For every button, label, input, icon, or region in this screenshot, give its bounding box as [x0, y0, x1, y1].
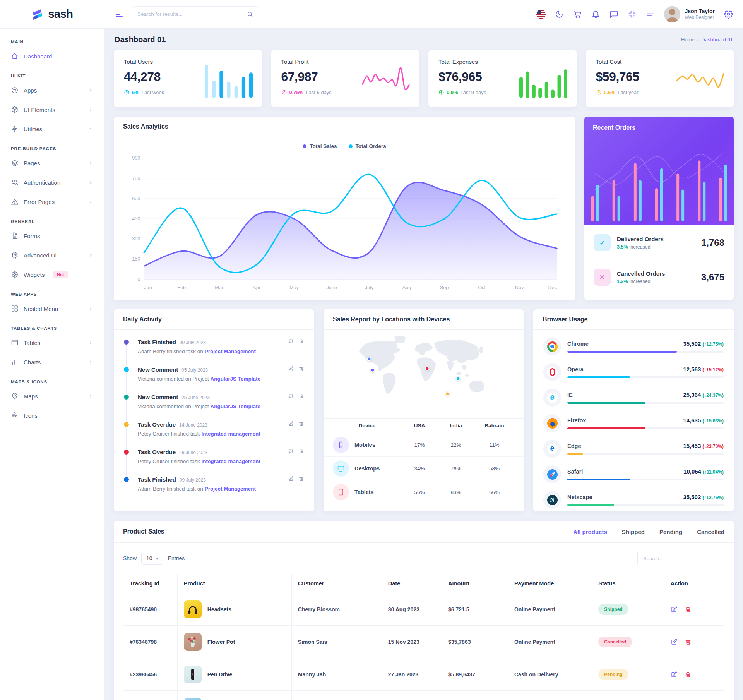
table-column-header[interactable]: Tracking Id: [123, 574, 178, 593]
sidebar-item[interactable]: Forms: [8, 226, 96, 245]
edit-icon[interactable]: [671, 638, 678, 645]
payment-mode: Online Payment: [508, 593, 592, 626]
total-profit-sparkline: [361, 61, 411, 98]
us-flag-icon[interactable]: [536, 10, 546, 19]
show-label: Show: [123, 555, 137, 561]
trash-icon[interactable]: [298, 448, 304, 454]
table-column-header[interactable]: Payment Mode: [508, 574, 592, 593]
trash-icon[interactable]: [685, 638, 692, 645]
activity-link[interactable]: Project Management: [205, 348, 256, 354]
activity-title: Task Overdue: [138, 449, 176, 455]
breadcrumb-home[interactable]: Home: [681, 37, 695, 43]
cart-icon[interactable]: [573, 10, 582, 19]
tracking-id: #98765490: [123, 593, 178, 626]
sidebar-item[interactable]: Nested Menu: [8, 299, 96, 318]
sidebar-item[interactable]: Pages: [8, 153, 96, 173]
fullscreen-icon[interactable]: [628, 10, 637, 19]
product-filter-tab[interactable]: Cancelled: [697, 528, 724, 535]
activity-link[interactable]: Integrated management: [202, 431, 260, 437]
sidebar-item[interactable]: Widgets Hot: [8, 265, 96, 284]
chevron-right-icon: [88, 88, 93, 93]
user-menu[interactable]: Json Taylor Web Designer: [664, 6, 715, 22]
table-row: #23986456 Pen Drive Manny Jah 27 Jan 202…: [123, 658, 724, 691]
table-column-header[interactable]: Customer: [291, 574, 382, 593]
right-sidebar-icon[interactable]: [646, 10, 655, 19]
activity-link[interactable]: AngularJS Template: [211, 403, 261, 409]
browser-usage-card: Browser Usage Chrome 35,502(↑12.75%): [533, 309, 734, 511]
edit-icon[interactable]: [288, 421, 294, 427]
dark-mode-icon[interactable]: [555, 10, 564, 19]
table-column-header[interactable]: Action: [664, 574, 724, 593]
activity-link[interactable]: Project Management: [205, 486, 256, 492]
sash-logo-icon: [31, 8, 44, 21]
edit-icon[interactable]: [288, 476, 294, 482]
messages-icon[interactable]: [609, 10, 618, 19]
browser-progress-fill: [567, 402, 645, 404]
notifications-icon[interactable]: [591, 10, 600, 19]
sidebar-item[interactable]: Charts: [8, 352, 96, 372]
trash-icon[interactable]: [298, 366, 304, 372]
order-date: 15 Nov 2023: [382, 626, 442, 658]
table-column-header[interactable]: Amount: [442, 574, 508, 593]
sidebar-section-title: TABLES & CHARTS: [11, 326, 93, 331]
activity-item: Task Finished 09 July 2023 Adam Berry fi…: [124, 338, 304, 366]
brand-logo[interactable]: sash: [0, 0, 104, 29]
table-search-input[interactable]: [637, 551, 724, 566]
search-input[interactable]: [137, 11, 243, 17]
tracking-id: #23986456: [123, 658, 178, 691]
sidebar-item[interactable]: Apps: [8, 81, 96, 100]
device-label: Tablets: [354, 489, 374, 495]
table-column-header[interactable]: Status: [592, 574, 664, 593]
product-filter-tab[interactable]: Shipped: [622, 528, 645, 535]
svg-text:Dec: Dec: [548, 285, 557, 290]
sidebar-item[interactable]: Dashboard: [8, 46, 96, 66]
settings-icon[interactable]: [724, 10, 733, 19]
trash-icon[interactable]: [685, 671, 692, 678]
device-usa: 17%: [401, 442, 438, 448]
sidebar-item[interactable]: UI Elements: [8, 100, 96, 119]
product-sales-card: Product Sales All productsShippedPending…: [114, 521, 734, 700]
map-marker: [456, 377, 461, 381]
activity-text: Victoria commented on ProjectAngularJS T…: [138, 403, 304, 409]
trash-icon[interactable]: [298, 393, 304, 399]
entries-select[interactable]: 10▾: [141, 552, 163, 565]
edit-icon[interactable]: [288, 338, 294, 344]
sidebar-toggle-icon[interactable]: [115, 10, 124, 19]
table-column-header[interactable]: Product: [177, 574, 291, 593]
sidebar-item[interactable]: Advanced Ui: [8, 245, 96, 265]
edit-icon[interactable]: [288, 448, 294, 454]
trash-icon[interactable]: [685, 606, 692, 613]
edit-icon[interactable]: [671, 671, 678, 678]
product-filter-tab[interactable]: Pending: [659, 528, 682, 535]
activity-link[interactable]: Integrated management: [202, 458, 260, 464]
sidebar-item[interactable]: Icons: [8, 406, 96, 425]
trash-icon[interactable]: [298, 421, 304, 427]
product-filter-tab[interactable]: All products: [573, 528, 607, 535]
trash-icon[interactable]: [298, 338, 304, 344]
search-icon[interactable]: [247, 11, 253, 18]
sidebar-section-title: PRE-BUILD PAGES: [11, 146, 93, 151]
sidebar-item[interactable]: Authentication: [8, 173, 96, 192]
sidebar-item-label: Forms: [24, 233, 40, 239]
sidebar-item[interactable]: Maps: [8, 386, 96, 406]
sidebar-item[interactable]: Error Pages: [8, 192, 96, 211]
svg-text:900: 900: [132, 155, 140, 161]
chart-legend: Total Sales Total Orders: [114, 137, 575, 150]
edit-icon[interactable]: [288, 393, 294, 399]
order-count: 1,768: [701, 237, 724, 248]
recent-order-row: ✓ Delivered Orders 3.5%increased 1,768: [594, 226, 724, 260]
sidebar-section: TABLES & CHARTS Tables Charts: [8, 326, 96, 372]
sidebar-item-icon: [11, 106, 19, 113]
sidebar-item[interactable]: Utilities: [8, 119, 96, 139]
table-column-header[interactable]: Date: [382, 574, 442, 593]
activity-link[interactable]: AngularJS Template: [211, 376, 261, 382]
sidebar-item[interactable]: Tables: [8, 333, 96, 352]
browser-icon: [543, 338, 561, 355]
edit-icon[interactable]: [288, 366, 294, 372]
trash-icon[interactable]: [298, 476, 304, 482]
product-image: [184, 698, 202, 700]
breadcrumb-current: Dashboard 01: [701, 37, 733, 43]
browser-count: 35,502: [683, 340, 701, 347]
edit-icon[interactable]: [671, 606, 678, 613]
sidebar-item-label: Authentication: [24, 179, 60, 186]
